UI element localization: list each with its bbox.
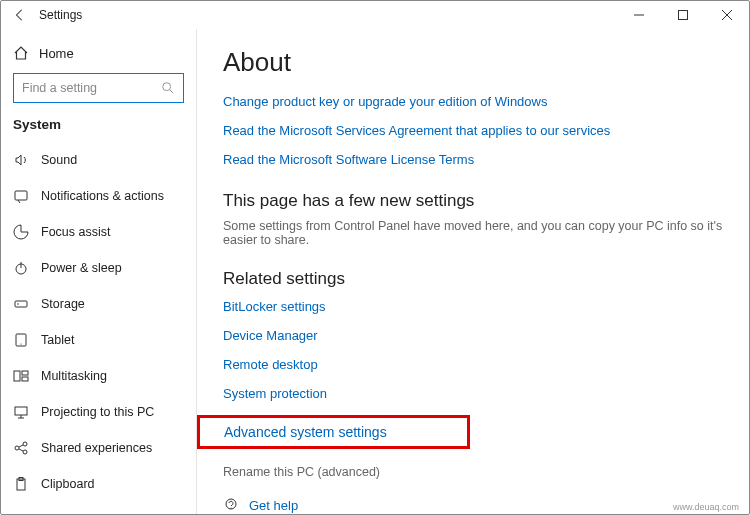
link-services-agreement[interactable]: Read the Microsoft Services Agreement th… <box>223 123 731 138</box>
svg-line-3 <box>170 90 174 94</box>
projecting-icon <box>13 404 29 420</box>
sidebar-item-label: Notifications & actions <box>41 189 164 203</box>
sidebar-item-label: Clipboard <box>41 477 95 491</box>
sidebar-item-label: Power & sleep <box>41 261 122 275</box>
svg-rect-14 <box>15 407 27 415</box>
notifications-icon <box>13 188 29 204</box>
sidebar-item-sound[interactable]: Sound <box>1 142 196 178</box>
window-title: Settings <box>39 8 82 22</box>
sidebar-item-clipboard[interactable]: Clipboard <box>1 466 196 502</box>
multitasking-icon <box>13 368 29 384</box>
main-content: About Change product key or upgrade your… <box>197 29 749 514</box>
category-label: System <box>1 117 196 142</box>
home-icon <box>13 45 29 61</box>
sidebar-item-shared[interactable]: Shared experiences <box>1 430 196 466</box>
page-heading: About <box>223 47 731 78</box>
sidebar-item-power[interactable]: Power & sleep <box>1 250 196 286</box>
sidebar-item-projecting[interactable]: Projecting to this PC <box>1 394 196 430</box>
tablet-icon <box>13 332 29 348</box>
svg-point-17 <box>23 450 27 454</box>
sidebar: Home Find a setting System Sound Notific… <box>1 29 197 514</box>
power-icon <box>13 260 29 276</box>
sidebar-item-notifications[interactable]: Notifications & actions <box>1 178 196 214</box>
titlebar: Settings <box>1 1 749 29</box>
search-icon <box>161 81 175 95</box>
link-change-product-key[interactable]: Change product key or upgrade your editi… <box>223 94 731 109</box>
close-button[interactable] <box>705 1 749 29</box>
svg-rect-12 <box>22 371 28 375</box>
link-bitlocker[interactable]: BitLocker settings <box>223 299 731 314</box>
window-controls <box>617 1 749 29</box>
svg-rect-4 <box>15 191 27 200</box>
storage-icon <box>13 296 29 312</box>
related-heading: Related settings <box>223 269 731 289</box>
svg-point-16 <box>23 442 27 446</box>
search-input[interactable]: Find a setting <box>13 73 184 103</box>
watermark: www.deuaq.com <box>673 502 739 512</box>
search-placeholder: Find a setting <box>22 81 97 95</box>
sidebar-item-label: Shared experiences <box>41 441 152 455</box>
svg-point-2 <box>163 83 171 91</box>
link-system-protection[interactable]: System protection <box>223 386 731 401</box>
link-remote-desktop[interactable]: Remote desktop <box>223 357 731 372</box>
link-rename-pc[interactable]: Rename this PC (advanced) <box>223 465 731 479</box>
svg-point-15 <box>15 446 19 450</box>
highlight-box: Advanced system settings <box>197 415 470 449</box>
maximize-button[interactable] <box>661 1 705 29</box>
get-help-label: Get help <box>249 498 298 513</box>
back-arrow-icon[interactable] <box>13 8 27 22</box>
new-settings-heading: This page has a few new settings <box>223 191 731 211</box>
clipboard-icon <box>13 476 29 492</box>
svg-point-10 <box>20 343 21 344</box>
sidebar-item-label: Storage <box>41 297 85 311</box>
sidebar-item-storage[interactable]: Storage <box>1 286 196 322</box>
sidebar-item-multitasking[interactable]: Multitasking <box>1 358 196 394</box>
minimize-button[interactable] <box>617 1 661 29</box>
sidebar-item-label: Projecting to this PC <box>41 405 154 419</box>
link-advanced-system-settings[interactable]: Advanced system settings <box>224 424 387 440</box>
get-help-link[interactable]: Get help <box>223 497 731 513</box>
new-settings-desc: Some settings from Control Panel have mo… <box>223 219 731 247</box>
svg-rect-13 <box>22 377 28 381</box>
svg-point-8 <box>17 303 19 305</box>
svg-rect-7 <box>15 301 27 307</box>
sidebar-item-label: Focus assist <box>41 225 110 239</box>
shared-icon <box>13 440 29 456</box>
help-icon <box>223 497 239 513</box>
svg-rect-11 <box>14 371 20 381</box>
link-license-terms[interactable]: Read the Microsoft Software License Term… <box>223 152 731 167</box>
sidebar-item-label: Tablet <box>41 333 74 347</box>
sound-icon <box>13 152 29 168</box>
svg-point-21 <box>230 507 231 508</box>
sidebar-item-label: Multitasking <box>41 369 107 383</box>
home-link[interactable]: Home <box>1 41 196 73</box>
sidebar-item-tablet[interactable]: Tablet <box>1 322 196 358</box>
link-device-manager[interactable]: Device Manager <box>223 328 731 343</box>
nav-list: Sound Notifications & actions Focus assi… <box>1 142 196 502</box>
sidebar-item-label: Sound <box>41 153 77 167</box>
focus-icon <box>13 224 29 240</box>
settings-window: Settings Home Find a setting System Soun… <box>0 0 750 515</box>
related-links: BitLocker settings Device Manager Remote… <box>223 299 731 401</box>
sidebar-item-focus[interactable]: Focus assist <box>1 214 196 250</box>
home-label: Home <box>39 46 74 61</box>
svg-rect-1 <box>679 11 688 20</box>
